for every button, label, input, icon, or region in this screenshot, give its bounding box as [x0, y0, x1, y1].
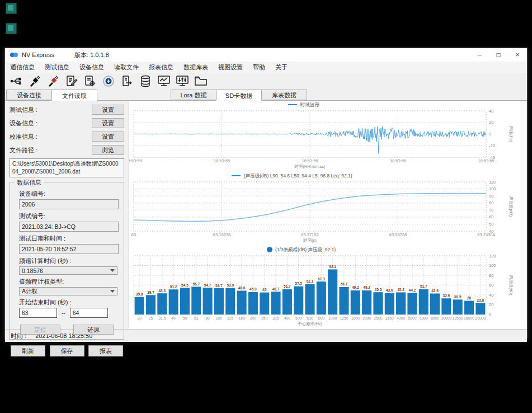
database-icon[interactable]: [139, 74, 152, 88]
menu-item-about[interactable]: 关于: [270, 62, 293, 73]
usb-icon[interactable]: [10, 74, 23, 88]
time-waveform-chart: 40200-20-40声压(Pa)18:53:5518:53:5518:53:5…: [129, 101, 523, 172]
test-number-input[interactable]: [19, 222, 119, 232]
svg-text:67.3: 67.3: [318, 277, 325, 281]
svg-text:5000: 5000: [408, 316, 416, 320]
test-datetime-input[interactable]: [19, 244, 119, 254]
svg-text:56.1: 56.1: [341, 282, 348, 286]
calibration-settings-button[interactable]: 设置: [92, 132, 124, 142]
svg-text:57.5: 57.5: [295, 281, 302, 285]
end-time-input[interactable]: [70, 308, 108, 318]
svg-text:20: 20: [137, 316, 142, 320]
svg-text:声压级(dB): 声压级(dB): [509, 275, 514, 295]
menu-item-read-file[interactable]: 读取文件: [109, 62, 144, 73]
edit-document-icon[interactable]: [65, 74, 78, 88]
desktop-icon[interactable]: [6, 23, 17, 34]
menu-item-device-info[interactable]: 设备信息: [74, 62, 109, 73]
svg-text:250: 250: [261, 316, 268, 320]
device-info-label: 设备信息 :: [10, 119, 37, 128]
report-button[interactable]: 报表: [88, 345, 123, 356]
chart-monitor-icon[interactable]: [157, 74, 171, 88]
test-info-label: 测试信息 :: [10, 106, 37, 114]
app-logo-icon: [10, 51, 18, 58]
svg-text:10000: 10000: [441, 316, 451, 320]
svg-text:60: 60: [489, 283, 493, 288]
svg-text:54.7: 54.7: [204, 283, 211, 287]
test-datetime-label: 测试日期和时间 :: [19, 234, 118, 243]
spectrum-time-select[interactable]: 0.18576: [19, 266, 117, 275]
probe-red-icon[interactable]: [46, 74, 60, 88]
maximize-button[interactable]: □: [489, 48, 508, 62]
tab-file-read[interactable]: 文件读取: [51, 90, 97, 101]
svg-text:110: 110: [489, 180, 496, 185]
start-end-time-label: 开始结束时间 (秒) :: [19, 298, 118, 307]
svg-text:53.7: 53.7: [215, 284, 223, 288]
weighting-type-select[interactable]: A计权: [19, 287, 117, 295]
file-read-panel: 测试信息 :设置 设备信息 :设置 校准信息 :设置 文件路径 :浏览 C:\U…: [5, 101, 129, 329]
svg-text:20: 20: [489, 302, 493, 307]
tab-device-connect[interactable]: 设备连接: [6, 90, 52, 100]
version-label: 版本: 1.0.1.8: [74, 51, 109, 59]
close-button[interactable]: ×: [508, 48, 527, 62]
svg-text:1250: 1250: [340, 316, 348, 320]
menu-item-help[interactable]: 帮助: [248, 62, 270, 73]
svg-text:49.2: 49.2: [363, 285, 370, 289]
svg-text:声压(Pa): 声压(Pa): [509, 126, 514, 143]
svg-text:16000: 16000: [464, 316, 474, 320]
probe-icon[interactable]: [28, 74, 41, 88]
svg-text:49.2: 49.2: [352, 285, 359, 289]
svg-text:100: 100: [489, 263, 496, 268]
svg-text:12500: 12500: [453, 316, 463, 320]
menu-item-database-table[interactable]: 数据库表: [178, 62, 213, 73]
svg-text:31.5: 31.5: [158, 316, 166, 320]
svg-text:35.8: 35.8: [136, 292, 143, 296]
svg-text:时间(HH:mm:ss): 时间(HH:mm:ss): [295, 164, 326, 169]
svg-text:800: 800: [318, 316, 325, 320]
locate-button[interactable]: 定位: [20, 325, 60, 335]
minimize-button[interactable]: –: [470, 48, 489, 62]
svg-text:92.1: 92.1: [329, 265, 336, 269]
record-icon[interactable]: [102, 74, 115, 88]
svg-text:39.7: 39.7: [147, 290, 154, 294]
svg-text:3150: 3150: [385, 316, 394, 320]
svg-text:63.74304: 63.74304: [477, 232, 495, 237]
menu-item-view-settings[interactable]: 视图设置: [213, 62, 248, 73]
document-settings-icon[interactable]: [83, 74, 97, 88]
svg-text:48.6: 48.6: [238, 286, 246, 290]
menu-item-report-info[interactable]: 报表信息: [144, 62, 178, 73]
svg-text:18:53:55: 18:53:55: [214, 158, 230, 163]
weighting-type-label: 倍频程计权类型:: [19, 278, 118, 286]
menu-item-comm-info[interactable]: 通信信息: [5, 62, 40, 73]
control-panel-icon[interactable]: [176, 74, 189, 88]
svg-text:120: 120: [489, 254, 496, 259]
menu-item-test-info[interactable]: 测试信息: [40, 62, 74, 73]
device-number-input[interactable]: [19, 199, 119, 209]
tab-sdcard-data[interactable]: SD卡数据: [216, 90, 262, 101]
browse-button[interactable]: 浏览: [92, 145, 124, 155]
tab-table-data[interactable]: 库表数据: [261, 90, 307, 100]
titlebar: NV Express 版本: 1.0.1.8 – □ ×: [5, 48, 527, 62]
folder-icon[interactable]: [194, 74, 208, 88]
desktop-icon-glyph: [8, 5, 13, 11]
svg-text:80: 80: [489, 200, 493, 205]
svg-text:6300: 6300: [420, 316, 428, 320]
window-title: NV Express: [22, 51, 54, 58]
svg-text:2500: 2500: [374, 316, 382, 320]
tab-lora-data[interactable]: Lora 数据: [171, 90, 216, 100]
device-info-settings-button[interactable]: 设置: [92, 118, 124, 128]
restore-button[interactable]: 还原: [73, 325, 114, 335]
svg-text:30.5: 30.5: [454, 295, 462, 299]
export-document-icon[interactable]: [120, 74, 134, 88]
svg-text:100: 100: [216, 316, 223, 320]
desktop-icon-glyph: [8, 25, 13, 31]
svg-text:中心频率(Hz): 中心频率(Hz): [298, 321, 323, 326]
start-time-input[interactable]: [19, 308, 57, 318]
svg-text:40: 40: [489, 109, 493, 114]
save-button[interactable]: 保存: [50, 345, 84, 356]
svg-text:1600: 1600: [351, 316, 360, 320]
svg-text:42.9: 42.9: [431, 289, 439, 293]
desktop-icon[interactable]: [6, 3, 17, 14]
file-path-value: C:\Users\53001\Desktop\高速数据\ZS000004_200…: [10, 158, 124, 177]
test-info-settings-button[interactable]: 设置: [92, 105, 124, 115]
refresh-button[interactable]: 刷新: [11, 345, 45, 356]
